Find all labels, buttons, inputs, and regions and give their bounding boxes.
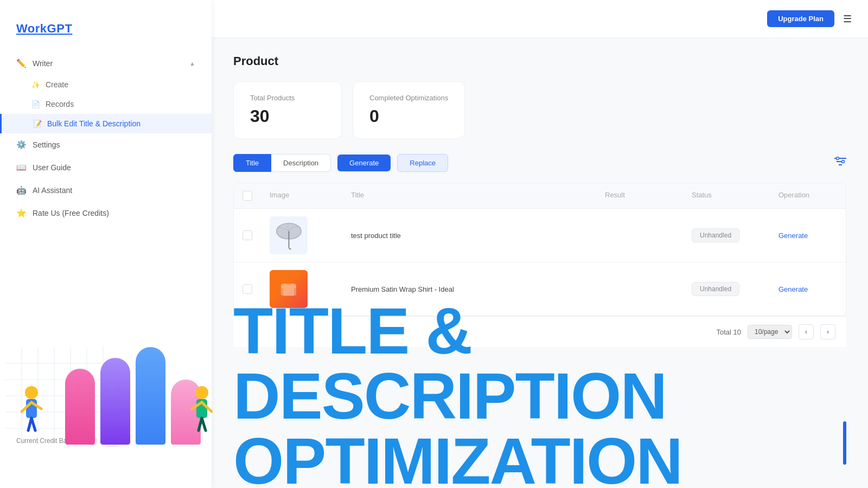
main-content: Upgrade Plan ☰ Product Total Products 30… (212, 0, 868, 488)
row1-status: Unhandled (683, 221, 770, 250)
stat-card-total-products: Total Products 30 (233, 81, 342, 139)
row1-image-cell (261, 209, 342, 262)
th-result: Result (596, 183, 683, 208)
generate-button[interactable]: Generate (337, 155, 391, 171)
tab-description[interactable]: Description (271, 154, 331, 172)
sidebar-user-guide-label: User Guide (33, 163, 71, 172)
cylinder-blue (136, 347, 165, 445)
table-header: Image Title Result Status Operation (234, 183, 846, 209)
filter-icon-button[interactable] (834, 157, 846, 169)
row2-image-cell (261, 262, 342, 316)
stats-row: Total Products 30 Completed Optimization… (233, 81, 846, 139)
row1-checkbox-cell (234, 223, 261, 248)
svg-point-3 (837, 157, 839, 160)
completed-optimizations-value: 0 (369, 106, 448, 126)
user-guide-icon: 📖 (16, 163, 26, 172)
figure-left (16, 382, 60, 455)
svg-line-24 (31, 418, 35, 431)
row1-title: test product title (342, 224, 596, 247)
svg-line-30 (202, 418, 206, 431)
stat-card-completed-optimizations: Completed Optimizations 0 (353, 81, 465, 139)
chevron-up-icon: ▲ (189, 60, 195, 67)
figures-area (0, 282, 233, 488)
sidebar-item-writer[interactable]: ✏️ Writer ▲ (0, 52, 212, 75)
row1-product-image (270, 216, 308, 254)
sidebar-writer-label: Writer (33, 59, 53, 68)
th-status: Status (683, 183, 770, 208)
sidebar-bulk-edit-label: Bulk Edit Title & Description (47, 119, 141, 128)
sidebar-item-settings[interactable]: ⚙️ Settings (0, 133, 212, 156)
row1-result (596, 228, 683, 243)
per-page-select[interactable]: 10/page 20/page 50/page (748, 325, 792, 339)
row2-operation: Generate (770, 278, 846, 301)
th-image: Image (261, 183, 342, 208)
figure-right (174, 382, 217, 455)
app-logo[interactable]: WorkGPT (0, 0, 212, 47)
total-products-label: Total Products (250, 94, 325, 102)
row2-status-badge: Unhandled (692, 282, 739, 296)
th-operation: Operation (770, 183, 846, 208)
rate-icon: ⭐ (16, 208, 26, 218)
sidebar-ai-assistant-label: AI Assistant (33, 186, 72, 195)
page-content: Product Total Products 30 Completed Opti… (212, 38, 868, 488)
settings-icon: ⚙️ (16, 140, 26, 150)
bulk-edit-icon: 📝 (33, 120, 42, 128)
row1-operation: Generate (770, 224, 846, 247)
row2-product-image (270, 270, 308, 308)
pagination-bar: Total 10 10/page 20/page 50/page ‹ › (233, 316, 846, 347)
th-checkbox (234, 183, 261, 208)
row2-checkbox[interactable] (242, 284, 252, 294)
ai-assistant-icon: 🤖 (16, 185, 26, 195)
completed-optimizations-label: Completed Optimizations (369, 94, 448, 102)
row1-status-badge: Unhandled (692, 228, 739, 242)
sidebar-item-rate-us[interactable]: ⭐ Rate Us (Free Credits) (0, 202, 212, 224)
row2-generate-link[interactable]: Generate (778, 285, 808, 293)
topbar: Upgrade Plan ☰ (212, 0, 868, 38)
page-title: Product (233, 54, 846, 68)
sidebar-section-writer: ✏️ Writer ▲ ✨ Create 📄 Records 📝 Bulk Ed… (0, 52, 212, 133)
sidebar-item-bulk-edit[interactable]: 📝 Bulk Edit Title & Description (0, 114, 212, 133)
sidebar-item-create[interactable]: ✨ Create (0, 75, 212, 94)
row2-checkbox-cell (234, 277, 261, 301)
sidebar-item-user-guide[interactable]: 📖 User Guide (0, 156, 212, 179)
writer-icon: ✏️ (16, 59, 26, 68)
table-row: Premium Satin Wrap Shirt - Ideal Unhandl… (234, 262, 846, 316)
cylinder-pink (65, 369, 95, 445)
row1-generate-link[interactable]: Generate (778, 232, 808, 240)
th-title: Title (342, 183, 596, 208)
next-page-button[interactable]: › (820, 324, 835, 339)
scroll-indicator (843, 421, 846, 465)
row2-title: Premium Satin Wrap Shirt - Ideal (342, 278, 596, 301)
row2-status: Unhandled (683, 274, 770, 304)
sidebar-settings-label: Settings (33, 140, 60, 149)
sidebar-rate-label: Rate Us (Free Credits) (33, 209, 109, 217)
row2-result (596, 281, 683, 297)
sidebar-item-ai-assistant[interactable]: 🤖 AI Assistant (0, 179, 212, 202)
data-table: Image Title Result Status Operation (233, 183, 846, 316)
svg-point-25 (195, 386, 208, 399)
svg-point-4 (842, 160, 845, 163)
svg-point-19 (25, 386, 38, 399)
menu-icon[interactable]: ☰ (843, 13, 852, 25)
sidebar-records-label: Records (46, 100, 74, 108)
replace-button[interactable]: Replace (397, 154, 448, 172)
cylinder-purple (100, 358, 130, 445)
sidebar-item-records[interactable]: 📄 Records (0, 94, 212, 114)
tab-row: Title Description Generate Replace (233, 154, 846, 172)
row1-checkbox[interactable] (242, 230, 252, 240)
sidebar-create-label: Create (46, 80, 68, 89)
table-row: test product title Unhandled Generate (234, 209, 846, 262)
total-count: Total 10 (716, 328, 741, 336)
upgrade-plan-button[interactable]: Upgrade Plan (767, 10, 834, 27)
table-wrapper: Image Title Result Status Operation (233, 183, 846, 316)
header-checkbox[interactable] (242, 191, 252, 201)
create-icon: ✨ (31, 81, 40, 89)
records-icon: 📄 (31, 100, 40, 108)
total-products-value: 30 (250, 106, 325, 126)
tab-title[interactable]: Title (233, 154, 271, 172)
prev-page-button[interactable]: ‹ (799, 324, 814, 339)
